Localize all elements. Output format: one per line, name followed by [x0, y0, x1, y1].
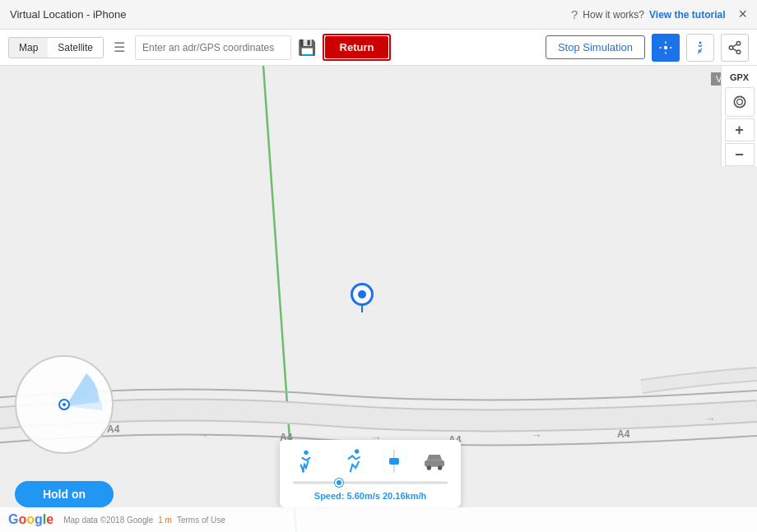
record-icon [731, 94, 748, 110]
run-speed-icon [341, 448, 368, 474]
svg-rect-14 [389, 458, 399, 465]
svg-point-16 [427, 465, 431, 470]
svg-line-6 [732, 44, 736, 46]
gpx-label: GPX [730, 69, 749, 86]
compass-inner-dot [63, 403, 66, 406]
map-satellite-tabs: Map Satellite [8, 37, 104, 58]
gpx-panel: GPX + − [721, 66, 757, 166]
svg-line-5 [732, 49, 736, 51]
svg-point-1 [699, 41, 702, 44]
road-arrow-4: → [531, 428, 542, 442]
map-scale: 1 m [158, 516, 172, 525]
map-tab[interactable]: Map [9, 38, 48, 58]
share-icon [727, 40, 742, 55]
speed-slider-thumb[interactable] [335, 479, 343, 487]
speed-slider-track [293, 482, 448, 484]
speed-icons-row [293, 448, 448, 474]
title-bar: Virtual Location - iPhone ? How it works… [0, 0, 757, 30]
car-speed-icon [421, 448, 448, 474]
list-icon[interactable]: ☰ [110, 39, 128, 55]
share-icon-button[interactable] [721, 34, 749, 62]
speed-slider-marker [389, 450, 399, 473]
google-logo: Google [8, 512, 53, 527]
compass-widget [15, 355, 114, 454]
pin-inner-dot [358, 290, 366, 298]
satellite-tab[interactable]: Satellite [48, 38, 103, 58]
title-right: ? How it works? View the tutorial × [571, 6, 747, 23]
window-title: Virtual Location - iPhone [10, 8, 126, 21]
compass-center-dot [58, 399, 70, 410]
help-icon[interactable]: ? [571, 7, 578, 21]
svg-point-0 [664, 45, 668, 49]
svg-point-12 [355, 449, 359, 453]
close-button[interactable]: × [738, 6, 747, 23]
speed-slider-row[interactable] [293, 479, 448, 486]
zoom-in-button[interactable]: + [725, 118, 755, 141]
zoom-out-button[interactable]: − [725, 143, 755, 166]
svg-point-10 [304, 451, 308, 455]
location-pin [351, 283, 374, 312]
speed-value: 5.60m/s 20.16km/h [347, 491, 427, 501]
compass-circle [15, 355, 114, 454]
walk-icon [693, 40, 708, 55]
svg-point-8 [734, 96, 745, 107]
return-button-wrapper: Return [323, 34, 392, 61]
return-button[interactable]: Return [325, 36, 389, 58]
svg-point-2 [736, 41, 741, 45]
hold-on-button[interactable]: Hold on [15, 481, 114, 507]
gpx-record-button[interactable] [725, 87, 755, 117]
stop-simulation-button[interactable]: Stop Simulation [546, 35, 645, 59]
terms-of-use[interactable]: Terms of Use [177, 516, 225, 525]
svg-point-17 [438, 465, 442, 470]
how-it-works-text: How it works? [583, 9, 644, 21]
svg-point-9 [736, 99, 742, 105]
svg-rect-15 [425, 460, 444, 467]
map-area[interactable]: Ver 1.4.3 A4 A4 A4 A4 → → → → → GPX + − [0, 66, 757, 532]
road-arrow-5: → [704, 412, 716, 425]
locate-icon-button[interactable] [652, 34, 680, 62]
speed-label: Speed: [314, 491, 345, 501]
walk-speed-icon [293, 448, 319, 474]
view-tutorial-link[interactable]: View the tutorial [649, 9, 725, 21]
walk-icon-button[interactable] [686, 34, 714, 62]
bottom-bar: Google Map data ©2018 Google 1 m Terms o… [0, 507, 757, 532]
coordinate-input[interactable] [135, 35, 291, 60]
road-label-a4-4: A4 [617, 428, 629, 440]
road-arrow-2: → [197, 428, 209, 442]
svg-point-3 [729, 45, 733, 49]
pin-stem [361, 306, 363, 312]
toolbar: Map Satellite ☰ 💾 Return Stop Simulation [0, 30, 757, 66]
speed-text: Speed: 5.60m/s 20.16km/h [293, 491, 448, 501]
target-icon [658, 40, 673, 55]
svg-point-4 [736, 50, 741, 54]
speed-panel: Speed: 5.60m/s 20.16km/h [280, 440, 461, 507]
map-copyright: Map data ©2018 Google [63, 516, 153, 525]
pin-outer-ring [351, 283, 374, 306]
save-icon[interactable]: 💾 [298, 39, 316, 57]
